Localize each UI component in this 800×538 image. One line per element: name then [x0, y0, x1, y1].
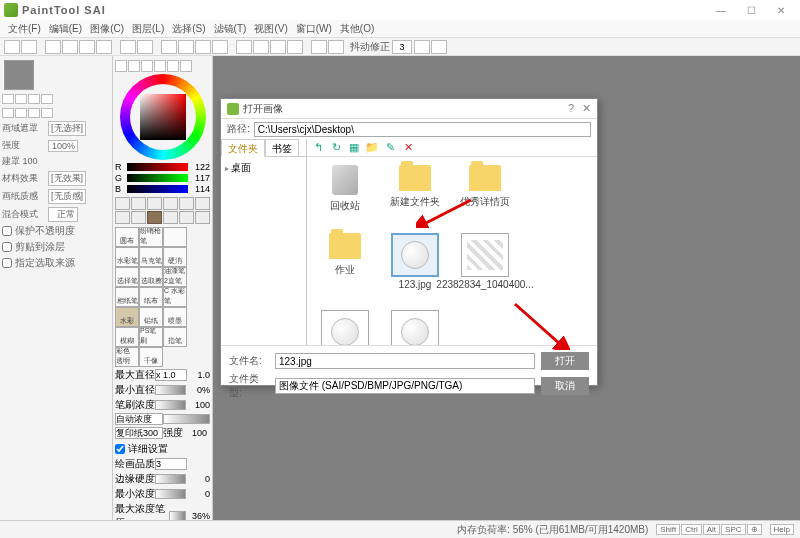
close-button[interactable]: ✕ — [766, 1, 796, 19]
detail-checkbox[interactable] — [115, 444, 125, 454]
select-source-checkbox[interactable] — [2, 258, 12, 268]
brush-item[interactable]: PS笔刷 — [139, 327, 163, 347]
color-mode-icon[interactable] — [167, 60, 179, 72]
clip-layer-checkbox[interactable] — [2, 242, 12, 252]
tool-btn[interactable] — [96, 40, 112, 54]
tool-btn[interactable] — [236, 40, 252, 54]
newfolder-icon[interactable]: 📁 — [365, 141, 379, 155]
tool-btn[interactable] — [62, 40, 78, 54]
material-select[interactable]: [无效果] — [48, 171, 86, 186]
tool-btn[interactable] — [328, 40, 344, 54]
tool-btn[interactable] — [414, 40, 430, 54]
move-tool[interactable] — [163, 197, 178, 210]
transparent-icon[interactable] — [195, 211, 210, 224]
tool-btn[interactable] — [45, 40, 61, 54]
hand-tool[interactable] — [115, 211, 130, 224]
layer-swatch[interactable] — [28, 108, 40, 118]
brush-item[interactable]: 指笔 — [163, 327, 187, 347]
mask-select[interactable]: [无选择] — [48, 121, 86, 136]
layer-swatch[interactable] — [15, 94, 27, 104]
tool-btn[interactable] — [79, 40, 95, 54]
menu-select[interactable]: 选择(S) — [168, 20, 209, 37]
filename-input[interactable] — [275, 353, 535, 369]
file-image[interactable] — [315, 310, 375, 345]
brush-item[interactable] — [163, 227, 187, 247]
file-folder[interactable]: 优秀详情页 — [455, 165, 515, 213]
nav-back-icon[interactable]: ↰ — [311, 141, 325, 155]
open-button[interactable]: 打开 — [541, 352, 589, 370]
tab-bookmarks[interactable]: 书签 — [265, 139, 299, 156]
brush-item[interactable]: 水彩笔 — [115, 247, 139, 267]
file-image[interactable] — [385, 310, 445, 345]
brush-item[interactable]: 圆布 — [115, 227, 139, 247]
color-mode-icon[interactable] — [154, 60, 166, 72]
menu-filter[interactable]: 滤镜(T) — [210, 20, 251, 37]
lasso-tool[interactable] — [131, 197, 146, 210]
brush-item[interactable]: 纷哨枪 笔 — [139, 227, 163, 247]
tool-btn[interactable] — [4, 40, 20, 54]
view-icon[interactable]: ▦ — [347, 141, 361, 155]
maxpr-slider[interactable] — [169, 511, 186, 520]
menu-other[interactable]: 其他(O) — [336, 20, 378, 37]
layer-swatch[interactable] — [15, 108, 27, 118]
tool-btn[interactable] — [253, 40, 269, 54]
menu-view[interactable]: 视图(V) — [250, 20, 291, 37]
menu-file[interactable]: 文件(F) — [4, 20, 45, 37]
auto-slider[interactable] — [163, 414, 210, 424]
brush-item[interactable]: 油漆笔 2直笔 — [163, 267, 187, 287]
tool-btn[interactable] — [137, 40, 153, 54]
max-unit-input[interactable] — [155, 369, 187, 381]
bg-color[interactable] — [163, 211, 178, 224]
dialog-close-button[interactable]: ✕ — [582, 102, 591, 115]
menu-image[interactable]: 图像(C) — [86, 20, 128, 37]
brush-item[interactable]: 模糊 — [115, 327, 139, 347]
minden-slider[interactable] — [155, 489, 186, 499]
file-image[interactable]: 22382834_1040400... — [455, 233, 515, 290]
density-slider[interactable] — [155, 400, 186, 410]
red-slider[interactable] — [127, 163, 188, 171]
blue-slider[interactable] — [127, 185, 188, 193]
help-button[interactable]: Help — [770, 524, 794, 535]
blend-select[interactable]: 正常 — [48, 207, 78, 222]
tree-item-desktop[interactable]: 桌面 — [225, 161, 302, 175]
dialog-help-button[interactable]: ? — [568, 102, 574, 115]
zoom-tool[interactable] — [179, 197, 194, 210]
color-mode-icon[interactable] — [115, 60, 127, 72]
brush-item[interactable]: 喷墨 — [163, 307, 187, 327]
color-mode-icon[interactable] — [141, 60, 153, 72]
layer-swatch[interactable] — [28, 94, 40, 104]
quality-input[interactable] — [155, 458, 187, 470]
color-square[interactable] — [140, 94, 186, 140]
file-folder[interactable]: 新建文件夹 — [385, 165, 445, 213]
texture-select[interactable]: [无质感] — [48, 189, 86, 204]
tool-btn[interactable] — [21, 40, 37, 54]
menu-edit[interactable]: 编辑(E) — [45, 20, 86, 37]
fg-color[interactable] — [147, 211, 162, 224]
eyedrop-tool[interactable] — [131, 211, 146, 224]
file-recycle-bin[interactable]: 回收站 — [315, 165, 375, 213]
brush-item[interactable]: 选取擦 — [139, 267, 163, 287]
brush-item[interactable]: 马克笔 — [139, 247, 163, 267]
swap-color-icon[interactable] — [179, 211, 194, 224]
layer-swatch[interactable] — [2, 94, 14, 104]
tab-folders[interactable]: 文件夹 — [221, 139, 265, 157]
green-slider[interactable] — [127, 174, 188, 182]
cancel-button[interactable]: 取消 — [541, 377, 589, 395]
filetype-select[interactable] — [275, 378, 535, 394]
menu-window[interactable]: 窗口(W) — [292, 20, 336, 37]
protect-alpha-checkbox[interactable] — [2, 226, 12, 236]
path-input[interactable] — [254, 122, 591, 137]
layer-swatch[interactable] — [41, 94, 53, 104]
file-folder[interactable]: 作业 — [315, 233, 375, 290]
wand-tool[interactable] — [147, 197, 162, 210]
tool-btn[interactable] — [178, 40, 194, 54]
brush-item[interactable]: 硬消 — [163, 247, 187, 267]
tool-btn[interactable] — [195, 40, 211, 54]
maximize-button[interactable]: ☐ — [736, 1, 766, 19]
brush-item[interactable]: 相纸笔 — [115, 287, 139, 307]
color-mode-icon[interactable] — [180, 60, 192, 72]
layer-swatch[interactable] — [41, 108, 53, 118]
minimize-button[interactable]: — — [706, 1, 736, 19]
rotate-tool[interactable] — [195, 197, 210, 210]
brush-item[interactable]: 铅纸 — [139, 307, 163, 327]
